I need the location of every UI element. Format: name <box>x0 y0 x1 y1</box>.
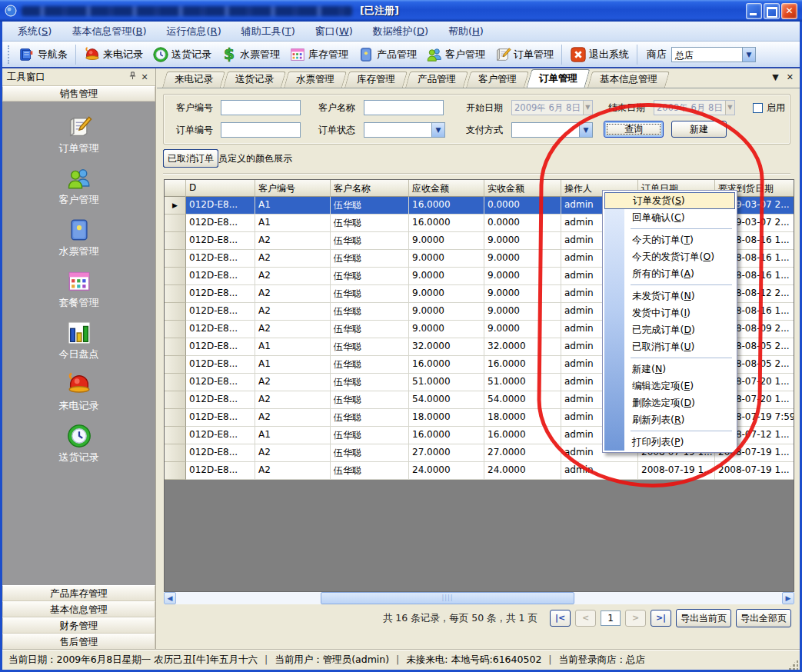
page-number-input[interactable] <box>601 610 621 626</box>
row-selector[interactable] <box>165 268 186 285</box>
toolbar-exit-button[interactable]: 退出系统 <box>565 45 634 65</box>
tab[interactable]: 送货记录 <box>225 72 284 88</box>
context-menu-item[interactable]: 删除选定项(D) <box>604 394 735 411</box>
context-menu-item[interactable]: 已取消订单(U) <box>604 338 735 355</box>
tab[interactable]: 水票管理 <box>286 72 344 88</box>
query-button[interactable]: 查询 <box>604 121 664 138</box>
grid-column-header[interactable]: 客户编号 <box>255 180 331 197</box>
row-selector[interactable] <box>165 303 186 321</box>
scrollbar-track[interactable] <box>176 592 782 604</box>
menu-item[interactable]: 运行信息(R) <box>159 22 229 41</box>
sidebar-section-button[interactable]: 基本信息管理 <box>2 601 155 617</box>
menu-item[interactable]: 帮助(H) <box>441 22 491 41</box>
sidebar-item-daily-stock[interactable]: 今日盘点 <box>2 320 155 361</box>
context-menu-item[interactable]: 新建(N) <box>604 361 735 378</box>
toolbar-inventory-button[interactable]: 库存管理 <box>285 45 353 65</box>
order-status-select[interactable]: ▼ <box>364 122 445 138</box>
row-selector[interactable] <box>165 409 186 427</box>
grid-column-header[interactable]: 客户名称 <box>331 180 409 197</box>
prev-page-button[interactable]: < <box>575 610 596 627</box>
context-menu-item[interactable]: 回单确认(C) <box>604 209 735 226</box>
row-selector[interactable] <box>165 321 186 338</box>
tab[interactable]: 基本信息管理 <box>590 72 667 88</box>
sidebar-item-delivery-log[interactable]: 送货记录 <box>2 423 155 464</box>
pin-icon[interactable] <box>126 72 138 82</box>
scroll-right-icon[interactable]: ▶ <box>782 592 794 604</box>
order-no-input[interactable] <box>221 122 301 138</box>
tab[interactable]: 来电记录 <box>165 72 223 88</box>
customer-name-input[interactable] <box>364 100 444 115</box>
row-selector[interactable] <box>165 356 186 374</box>
menu-item[interactable]: 基本信息管理(B) <box>64 22 154 41</box>
customer-no-input[interactable] <box>221 100 301 115</box>
pay-method-select[interactable]: ▼ <box>511 122 593 138</box>
grid-column-header[interactable]: D <box>186 180 255 197</box>
toolbar-customer-button[interactable]: 客户管理 <box>421 45 490 65</box>
toolbar-nav-button[interactable]: 导航条 <box>14 45 72 65</box>
sidebar-section-sales[interactable]: 销售管理 <box>2 86 155 101</box>
enable-checkbox[interactable] <box>753 103 763 113</box>
row-selector[interactable] <box>165 250 186 268</box>
toolbar-product-button[interactable]: 产品管理 <box>353 45 421 65</box>
order-status-filter-button[interactable]: 已取消订单 <box>163 149 218 168</box>
context-menu-item[interactable]: 所有的订单(A) <box>604 265 735 282</box>
close-icon[interactable]: ✕ <box>138 72 151 82</box>
grid-column-header[interactable]: 应收金额 <box>409 180 484 197</box>
context-menu-item[interactable]: 今天的发货订单(O) <box>604 248 735 265</box>
chevron-down-icon[interactable]: ▼ <box>742 48 755 62</box>
context-menu-item[interactable]: 编辑选定项(E) <box>604 378 735 394</box>
toolbar-ticket-button[interactable]: $ 水票管理 <box>216 45 285 65</box>
row-selector[interactable] <box>165 215 186 232</box>
tab[interactable]: 客户管理 <box>468 72 527 88</box>
row-selector[interactable] <box>165 374 186 391</box>
context-menu-item[interactable] <box>604 282 735 288</box>
context-menu-item[interactable]: 刷新列表(R) <box>604 411 735 428</box>
row-selector[interactable] <box>165 391 186 409</box>
export-current-page-button[interactable]: 导出当前页 <box>676 609 731 627</box>
menu-item[interactable]: 窗口(W) <box>308 22 361 41</box>
horizontal-scrollbar[interactable]: ◀ ▶ <box>164 592 794 604</box>
toolbar-order-button[interactable]: 订单管理 <box>490 45 558 65</box>
export-all-pages-button[interactable]: 导出全部页 <box>736 609 791 627</box>
grid-column-header[interactable]: 实收金额 <box>484 180 561 197</box>
toolbar-delivery-log-button[interactable]: 送货记录 <box>148 45 216 65</box>
menu-item[interactable]: 辅助工具(T) <box>234 22 303 41</box>
sidebar-section-button[interactable]: 产品库存管理 <box>2 585 155 601</box>
next-page-button[interactable]: > <box>625 610 646 627</box>
row-selector[interactable] <box>165 232 186 250</box>
row-selector[interactable] <box>165 285 186 303</box>
minimize-button[interactable] <box>746 3 762 19</box>
last-page-button[interactable]: >| <box>651 610 671 627</box>
tab[interactable]: 库存管理 <box>347 72 405 88</box>
context-menu-item[interactable]: 未发货订单(N) <box>604 288 735 304</box>
scrollbar-thumb[interactable] <box>321 592 574 604</box>
context-menu-item[interactable]: 打印列表(P) <box>604 434 735 451</box>
context-menu-item[interactable]: 订单发货(S) <box>604 192 735 209</box>
sidebar-item-package-mgmt[interactable]: 套餐管理 <box>2 268 155 310</box>
sidebar-item-customer-mgmt[interactable]: 客户管理 <box>2 165 155 207</box>
tab[interactable]: 产品管理 <box>408 72 466 88</box>
context-menu-item[interactable] <box>604 226 735 231</box>
new-button[interactable]: 新建 <box>671 121 727 138</box>
sidebar-section-button[interactable]: 财务管理 <box>2 617 155 634</box>
toolbar-call-log-button[interactable]: 来电记录 <box>79 45 148 65</box>
context-menu-item[interactable] <box>604 355 735 361</box>
end-date-picker[interactable]: 2009年 6月 8日 ▼ <box>654 100 735 115</box>
tab-close-icon[interactable]: ✕ <box>787 72 794 82</box>
context-menu-item[interactable]: 已完成订单(D) <box>604 321 735 338</box>
context-menu-item[interactable]: 今天的订单(T) <box>604 231 735 248</box>
menu-item[interactable]: 系统(S) <box>10 22 59 41</box>
context-menu-item[interactable]: 发货中订单(I) <box>604 304 735 321</box>
tab-scroll-down-icon[interactable]: ▼ <box>772 72 778 82</box>
row-selector[interactable] <box>165 462 186 480</box>
context-menu-item[interactable] <box>604 428 735 434</box>
table-row[interactable]: 012D-E8... A2 伍华聪 24.0000 24.0000 admin … <box>165 462 794 480</box>
sidebar-item-ticket-mgmt[interactable]: 水票管理 <box>2 217 155 258</box>
sidebar-item-order-mgmt[interactable]: 订单管理 <box>2 114 155 155</box>
row-selector[interactable] <box>165 338 186 356</box>
sidebar-item-call-log[interactable]: 来电记录 <box>2 371 155 413</box>
scroll-left-icon[interactable]: ◀ <box>164 592 176 604</box>
first-page-button[interactable]: |< <box>550 610 571 627</box>
resize-grip[interactable] <box>787 659 798 670</box>
start-date-picker[interactable]: 2009年 6月 8日 ▼ <box>511 100 593 115</box>
